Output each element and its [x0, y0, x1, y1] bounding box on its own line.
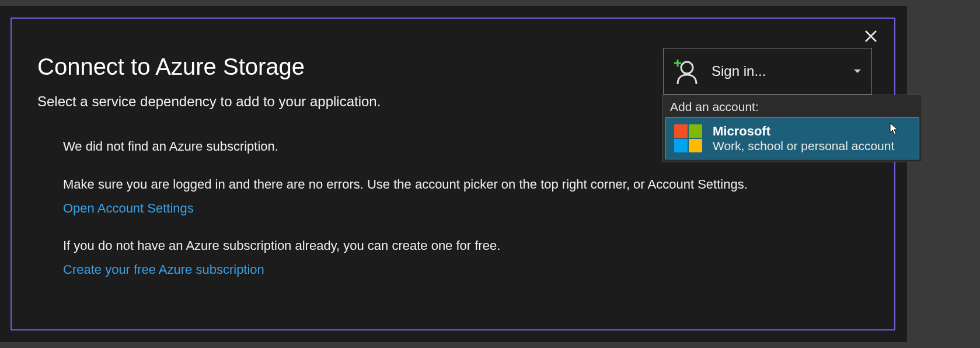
no-azure-text: If you do not have an Azure subscription…: [63, 237, 859, 255]
microsoft-logo-icon: [674, 124, 702, 152]
account-text: Microsoft Work, school or personal accou…: [713, 124, 894, 153]
connect-azure-dialog: Connect to Azure Storage Select a servic…: [11, 18, 895, 330]
account-name: Microsoft: [713, 124, 894, 139]
dropdown-header: Add an account:: [663, 95, 922, 117]
instructions-text: Make sure you are logged in and there ar…: [63, 176, 859, 194]
open-account-settings-link[interactable]: Open Account Settings: [63, 200, 194, 218]
svg-point-4: [681, 62, 693, 74]
account-dropdown: Add an account: Microsoft Work, school o…: [662, 95, 922, 162]
account-item-microsoft[interactable]: Microsoft Work, school or personal accou…: [665, 117, 919, 159]
dialog-subtitle: Select a service dependency to add to yo…: [37, 93, 381, 110]
add-user-icon: [671, 57, 699, 85]
create-subscription-link[interactable]: Create your free Azure subscription: [63, 261, 264, 279]
sign-in-button[interactable]: Sign in...: [663, 48, 872, 95]
chevron-down-icon: [854, 69, 861, 73]
sign-in-label: Sign in...: [712, 63, 854, 79]
account-desc: Work, school or personal account: [713, 139, 894, 153]
dialog-title: Connect to Azure Storage: [37, 54, 305, 80]
close-icon: [864, 29, 878, 43]
close-button[interactable]: [864, 29, 878, 43]
cursor-icon: [890, 123, 899, 135]
